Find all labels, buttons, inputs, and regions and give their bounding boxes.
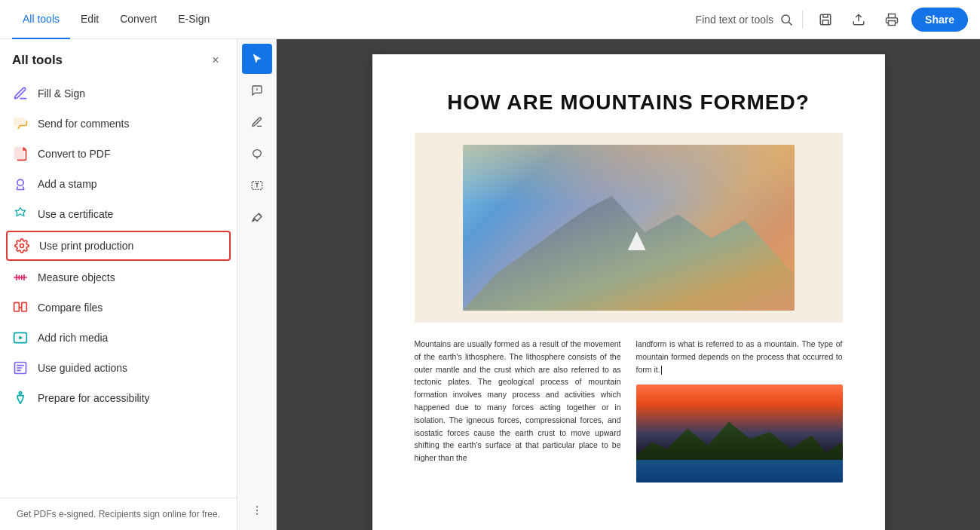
top-navigation: All tools Edit Convert E-Sign Find text … xyxy=(0,0,980,39)
column-1-text: Mountains are usually formed as a result… xyxy=(415,338,621,483)
convert-pdf-icon xyxy=(12,146,29,162)
guided-icon xyxy=(12,360,29,376)
snow-cap xyxy=(622,231,652,250)
nav-esign[interactable]: E-Sign xyxy=(167,0,220,39)
svg-point-7 xyxy=(20,244,24,248)
search-icon xyxy=(779,13,793,26)
add-stamp-icon xyxy=(12,176,29,192)
fill-sign-icon xyxy=(12,85,29,102)
svg-rect-4 xyxy=(14,118,24,126)
save-button[interactable] xyxy=(812,6,839,33)
more-tools-button[interactable] xyxy=(242,495,272,525)
send-comments-icon xyxy=(12,115,29,132)
certificate-label: Use a certificate xyxy=(38,208,113,220)
svg-line-1 xyxy=(789,22,792,25)
sidebar-item-accessibility[interactable]: Prepare for accessibility xyxy=(0,383,237,413)
sidebar-header: All tools × xyxy=(0,39,237,75)
cursor-text: landform is what is referred to as a mou… xyxy=(636,339,843,374)
sidebar: All tools × Fill & Sign xyxy=(0,39,237,530)
sidebar-item-measure[interactable]: Measure objects xyxy=(0,262,237,293)
svg-point-18 xyxy=(256,510,258,511)
cursor-icon xyxy=(251,53,263,65)
second-mountain-image xyxy=(636,384,843,483)
column-2-text: landform is what is referred to as a mou… xyxy=(636,338,843,375)
print-button[interactable] xyxy=(878,6,905,33)
fill-sign-label: Fill & Sign xyxy=(38,87,85,100)
sidebar-item-compare[interactable]: Compare files xyxy=(0,293,237,323)
document-area[interactable]: HOW ARE MOUNTAINS FORMED? Mountains are … xyxy=(277,39,980,530)
print-icon xyxy=(885,13,899,26)
print-production-icon xyxy=(14,237,30,254)
nav-edit[interactable]: Edit xyxy=(70,0,109,39)
toolbar-strip xyxy=(237,39,277,530)
more-icon xyxy=(251,504,263,516)
svg-point-19 xyxy=(256,513,258,515)
save-icon xyxy=(819,13,832,26)
svg-rect-3 xyxy=(889,20,896,25)
sidebar-list: Fill & Sign Send for comments xyxy=(0,75,237,498)
sidebar-footer: Get PDFs e-signed. Recipients sign onlin… xyxy=(0,498,237,530)
hero-image-area xyxy=(415,133,843,323)
lasso-icon xyxy=(251,148,263,160)
certificate-icon xyxy=(12,206,29,222)
sidebar-item-add-stamp[interactable]: Add a stamp xyxy=(0,169,237,199)
svg-point-6 xyxy=(17,179,23,185)
mountain-hero-image xyxy=(463,145,795,311)
send-comments-label: Send for comments xyxy=(38,118,129,130)
sidebar-footer-text: Get PDFs e-signed. Recipients sign onlin… xyxy=(17,509,220,519)
text-cursor xyxy=(661,366,662,375)
rich-media-label: Add rich media xyxy=(38,332,108,344)
sidebar-title: All tools xyxy=(12,53,63,68)
upload-icon xyxy=(852,13,865,26)
main-area: All tools × Fill & Sign xyxy=(0,39,980,530)
water-reflection xyxy=(636,460,843,483)
comment-icon xyxy=(251,84,263,97)
sidebar-item-print-production[interactable]: Use print production xyxy=(6,231,231,261)
upload-button[interactable] xyxy=(845,6,872,33)
sidebar-item-guided[interactable]: Use guided actions xyxy=(0,353,237,383)
nav-right-area: Find text or tools Share xyxy=(696,6,968,33)
svg-point-17 xyxy=(256,506,258,507)
measure-label: Measure objects xyxy=(38,271,115,283)
sidebar-item-convert-pdf[interactable]: Convert to PDF xyxy=(0,139,237,169)
sidebar-item-certificate[interactable]: Use a certificate xyxy=(0,199,237,229)
pencil-icon xyxy=(251,116,263,128)
guided-label: Use guided actions xyxy=(38,362,127,374)
search-area[interactable]: Find text or tools xyxy=(696,13,794,26)
nav-all-tools[interactable]: All tools xyxy=(12,0,70,39)
close-sidebar-button[interactable]: × xyxy=(207,51,225,69)
svg-point-15 xyxy=(253,150,261,157)
add-stamp-label: Add a stamp xyxy=(38,178,97,190)
comment-tool-button[interactable] xyxy=(242,75,272,106)
print-production-label: Use print production xyxy=(39,240,133,252)
document-page: HOW ARE MOUNTAINS FORMED? Mountains are … xyxy=(372,54,885,530)
svg-point-0 xyxy=(782,15,790,23)
svg-rect-9 xyxy=(22,302,27,311)
select-tool-button[interactable] xyxy=(242,44,272,74)
compare-icon xyxy=(12,299,29,316)
convert-pdf-label: Convert to PDF xyxy=(38,148,110,160)
compare-label: Compare files xyxy=(38,302,103,314)
lasso-tool-button[interactable] xyxy=(242,139,272,169)
rich-media-icon xyxy=(12,329,29,346)
sidebar-item-rich-media[interactable]: Add rich media xyxy=(0,323,237,353)
sidebar-item-fill-sign[interactable]: Fill & Sign xyxy=(0,78,237,109)
column-2-area: landform is what is referred to as a mou… xyxy=(636,338,843,483)
highlight-icon xyxy=(251,211,263,223)
text-select-button[interactable] xyxy=(242,170,272,201)
share-button[interactable]: Share xyxy=(911,8,968,32)
text-select-icon xyxy=(251,179,263,191)
draw-tool-button[interactable] xyxy=(242,107,272,137)
search-label: Find text or tools xyxy=(696,14,774,26)
sidebar-item-send-comments[interactable]: Send for comments xyxy=(0,109,237,139)
accessibility-label: Prepare for accessibility xyxy=(38,392,150,404)
nav-convert[interactable]: Convert xyxy=(109,0,167,39)
document-title: HOW ARE MOUNTAINS FORMED? xyxy=(415,90,843,115)
nav-divider xyxy=(802,11,803,29)
svg-point-12 xyxy=(19,392,21,394)
highlight-tool-button[interactable] xyxy=(242,202,272,232)
measure-icon xyxy=(12,269,29,286)
svg-rect-8 xyxy=(14,302,20,311)
accessibility-icon xyxy=(12,390,29,406)
two-column-text: Mountains are usually formed as a result… xyxy=(415,338,843,483)
